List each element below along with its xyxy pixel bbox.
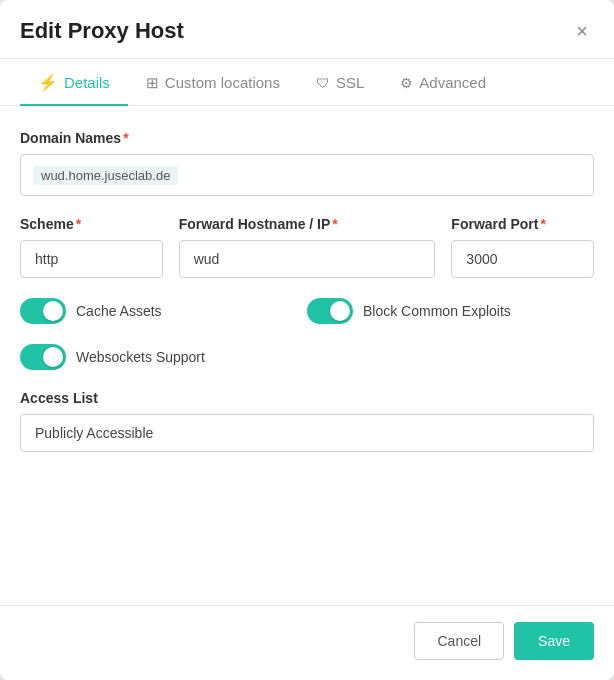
forward-port-group: Forward Port*: [451, 216, 594, 278]
layers-icon: ⊞: [146, 74, 159, 92]
domain-tag: wud.home.juseclab.de: [33, 166, 178, 185]
scheme-group: Scheme*: [20, 216, 163, 278]
tab-details[interactable]: ⚡ Details: [20, 59, 128, 106]
modal-footer: Cancel Save: [0, 605, 614, 680]
cache-assets-toggle[interactable]: [20, 298, 66, 324]
cancel-button[interactable]: Cancel: [414, 622, 504, 660]
tab-advanced[interactable]: ⚙ Advanced: [382, 60, 504, 105]
access-list-label: Access List: [20, 390, 594, 406]
edit-proxy-host-modal: Edit Proxy Host × ⚡ Details ⊞ Custom loc…: [0, 0, 614, 680]
tab-bar: ⚡ Details ⊞ Custom locations 🛡 SSL ⚙ Adv…: [0, 59, 614, 106]
save-button[interactable]: Save: [514, 622, 594, 660]
forward-hostname-input[interactable]: [179, 240, 436, 278]
cache-assets-toggle-item: Cache Assets: [20, 298, 307, 324]
modal-title: Edit Proxy Host: [20, 18, 184, 44]
close-button[interactable]: ×: [570, 19, 594, 43]
forward-port-input[interactable]: [451, 240, 594, 278]
forward-hostname-label: Forward Hostname / IP*: [179, 216, 436, 232]
modal-header: Edit Proxy Host ×: [0, 0, 614, 59]
websockets-toggle-item: Websockets Support: [20, 344, 594, 370]
toggles-row-2: Websockets Support: [20, 344, 594, 370]
access-list-input[interactable]: [20, 414, 594, 452]
gear-icon: ⚙: [400, 75, 413, 91]
tab-custom-locations[interactable]: ⊞ Custom locations: [128, 60, 298, 106]
domain-names-group: Domain Names* wud.home.juseclab.de: [20, 130, 594, 196]
websockets-toggle[interactable]: [20, 344, 66, 370]
scheme-hostname-port-row: Scheme* Forward Hostname / IP* Forward P…: [20, 216, 594, 278]
domain-names-input[interactable]: wud.home.juseclab.de: [20, 154, 594, 196]
access-list-group: Access List: [20, 390, 594, 452]
websockets-label: Websockets Support: [76, 349, 205, 365]
block-exploits-toggle-item: Block Common Exploits: [307, 298, 594, 324]
domain-names-label: Domain Names*: [20, 130, 594, 146]
toggles-row-1: Cache Assets Block Common Exploits: [20, 298, 594, 324]
scheme-input[interactable]: [20, 240, 163, 278]
scheme-label: Scheme*: [20, 216, 163, 232]
forward-port-label: Forward Port*: [451, 216, 594, 232]
tab-ssl[interactable]: 🛡 SSL: [298, 60, 382, 105]
block-exploits-toggle[interactable]: [307, 298, 353, 324]
modal-body: Domain Names* wud.home.juseclab.de Schem…: [0, 106, 614, 605]
cache-assets-label: Cache Assets: [76, 303, 162, 319]
domain-names-required: *: [123, 130, 128, 146]
bolt-icon: ⚡: [38, 73, 58, 92]
shield-icon: 🛡: [316, 75, 330, 91]
block-exploits-label: Block Common Exploits: [363, 303, 511, 319]
forward-hostname-group: Forward Hostname / IP*: [179, 216, 436, 278]
